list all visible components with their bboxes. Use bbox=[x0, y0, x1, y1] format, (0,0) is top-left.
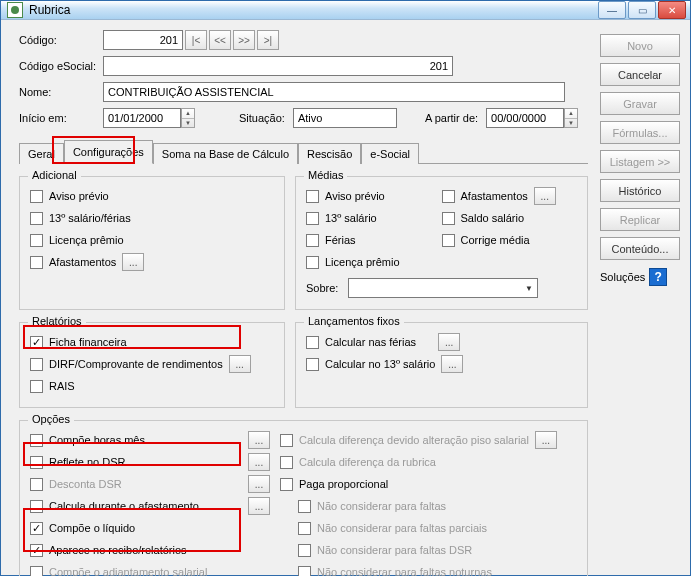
minimize-button[interactable]: — bbox=[598, 1, 626, 19]
nav-last-button[interactable]: >| bbox=[257, 30, 279, 50]
listagem-button[interactable]: Listagem >> bbox=[600, 150, 680, 173]
codigo-label: Código: bbox=[19, 34, 103, 46]
tab-configuracoes[interactable]: Configurações bbox=[64, 140, 153, 164]
calc-dif-piso-ellipsis-button[interactable]: ... bbox=[535, 431, 557, 449]
titlebar: Rubrica — ▭ ✕ bbox=[1, 1, 690, 20]
cb-medias-afastamentos[interactable] bbox=[442, 190, 455, 203]
nav-first-button[interactable]: |< bbox=[185, 30, 207, 50]
sobre-label: Sobre: bbox=[306, 282, 348, 294]
solucoes-label[interactable]: Soluções bbox=[600, 271, 645, 283]
gravar-button[interactable]: Gravar bbox=[600, 92, 680, 115]
compoe-horas-ellipsis-button[interactable]: ... bbox=[248, 431, 270, 449]
lbl-compoe-horas: Compõe horas mês bbox=[49, 434, 145, 446]
tab-rescisao[interactable]: Rescisão bbox=[298, 143, 361, 164]
codigo-esocial-input[interactable]: 201 bbox=[103, 56, 453, 76]
tab-soma[interactable]: Soma na Base de Cálculo bbox=[153, 143, 298, 164]
inicio-em-label: Início em: bbox=[19, 112, 103, 124]
lbl-13-salario-ferias: 13º salário/férias bbox=[49, 212, 131, 224]
cb-nao-faltas-noturnas[interactable] bbox=[298, 566, 311, 577]
cb-calc-dif-rubrica[interactable] bbox=[280, 456, 293, 469]
lbl-nao-faltas: Não considerar para faltas bbox=[317, 500, 446, 512]
replicar-button[interactable]: Replicar bbox=[600, 208, 680, 231]
cb-saldo-salario[interactable] bbox=[442, 212, 455, 225]
cb-medias-licenca-premio[interactable] bbox=[306, 256, 319, 269]
cb-ficha-financeira[interactable] bbox=[30, 336, 43, 349]
cb-reflete-dsr[interactable] bbox=[30, 456, 43, 469]
lbl-calc-dif-piso: Calcula diferença devido alteração piso … bbox=[299, 434, 529, 446]
cb-calcular-13[interactable] bbox=[306, 358, 319, 371]
medias-title: Médias bbox=[304, 169, 347, 181]
cb-medias-ferias[interactable] bbox=[306, 234, 319, 247]
cancelar-button[interactable]: Cancelar bbox=[600, 63, 680, 86]
inicio-em-spinner[interactable]: ▲▼ bbox=[181, 108, 195, 128]
novo-button[interactable]: Novo bbox=[600, 34, 680, 57]
lbl-dirf: DIRF/Comprovante de rendimentos bbox=[49, 358, 223, 370]
cb-compoe-liquido[interactable] bbox=[30, 522, 43, 535]
calcula-afast-ellipsis-button[interactable]: ... bbox=[248, 497, 270, 515]
desconta-dsr-ellipsis-button[interactable]: ... bbox=[248, 475, 270, 493]
lbl-calc-dif-rubrica: Calcula diferença da rubrica bbox=[299, 456, 436, 468]
lbl-calcular-ferias: Calcular nas férias bbox=[325, 336, 416, 348]
cb-paga-proporcional[interactable] bbox=[280, 478, 293, 491]
sobre-select[interactable]: ▼ bbox=[348, 278, 538, 298]
lbl-afastamentos: Afastamentos bbox=[49, 256, 116, 268]
formulas-button[interactable]: Fórmulas... bbox=[600, 121, 680, 144]
cb-medias-13-salario[interactable] bbox=[306, 212, 319, 225]
cb-aparece-recibo[interactable] bbox=[30, 544, 43, 557]
cb-afastamentos[interactable] bbox=[30, 256, 43, 269]
cb-desconta-dsr[interactable] bbox=[30, 478, 43, 491]
cb-13-salario-ferias[interactable] bbox=[30, 212, 43, 225]
lbl-nao-faltas-noturnas: Não considerar para faltas noturnas bbox=[317, 566, 492, 576]
cb-licenca-premio[interactable] bbox=[30, 234, 43, 247]
adicional-group: Adicional Aviso prévio 13º salário/féria… bbox=[19, 176, 285, 310]
medias-group: Médias Aviso prévio 13º salário Férias L… bbox=[295, 176, 588, 310]
cb-calcular-ferias[interactable] bbox=[306, 336, 319, 349]
cb-nao-faltas[interactable] bbox=[298, 500, 311, 513]
tab-geral[interactable]: Geral bbox=[19, 143, 64, 164]
lbl-corrige-media: Corrige média bbox=[461, 234, 530, 246]
medias-afastamentos-ellipsis-button[interactable]: ... bbox=[534, 187, 556, 205]
close-button[interactable]: ✕ bbox=[658, 1, 686, 19]
afastamentos-ellipsis-button[interactable]: ... bbox=[122, 253, 144, 271]
situacao-input[interactable]: Ativo bbox=[293, 108, 397, 128]
window-title: Rubrica bbox=[29, 3, 598, 17]
cb-corrige-media[interactable] bbox=[442, 234, 455, 247]
lbl-licenca-premio: Licença prêmio bbox=[49, 234, 124, 246]
codigo-input[interactable]: 201 bbox=[103, 30, 183, 50]
inicio-em-input[interactable]: 01/01/2000 bbox=[103, 108, 181, 128]
lbl-nao-faltas-parciais: Não considerar para faltas parciais bbox=[317, 522, 487, 534]
lbl-rais: RAIS bbox=[49, 380, 75, 392]
dirf-ellipsis-button[interactable]: ... bbox=[229, 355, 251, 373]
a-partir-de-input[interactable]: 00/00/0000 bbox=[486, 108, 564, 128]
nav-next-button[interactable]: >> bbox=[233, 30, 255, 50]
cb-medias-aviso-previo[interactable] bbox=[306, 190, 319, 203]
maximize-button[interactable]: ▭ bbox=[628, 1, 656, 19]
cb-compoe-adiant[interactable] bbox=[30, 566, 43, 577]
nome-input[interactable]: CONTRIBUIÇÃO ASSISTENCIAL bbox=[103, 82, 565, 102]
reflete-dsr-ellipsis-button[interactable]: ... bbox=[248, 453, 270, 471]
lbl-medias-aviso-previo: Aviso prévio bbox=[325, 190, 385, 202]
lbl-calcula-afast: Calcula durante o afastamento bbox=[49, 500, 199, 512]
cb-dirf[interactable] bbox=[30, 358, 43, 371]
a-partir-de-label: A partir de: bbox=[425, 112, 478, 124]
codigo-esocial-label: Código eSocial: bbox=[19, 60, 103, 72]
nome-label: Nome: bbox=[19, 86, 103, 98]
nav-prev-button[interactable]: << bbox=[209, 30, 231, 50]
app-icon bbox=[7, 2, 23, 18]
cb-compoe-horas[interactable] bbox=[30, 434, 43, 447]
historico-button[interactable]: Histórico bbox=[600, 179, 680, 202]
a-partir-de-spinner[interactable]: ▲▼ bbox=[564, 108, 578, 128]
conteudo-button[interactable]: Conteúdo... bbox=[600, 237, 680, 260]
lbl-compoe-liquido: Compõe o líquido bbox=[49, 522, 135, 534]
tab-esocial[interactable]: e-Social bbox=[361, 143, 419, 164]
cb-aviso-previo[interactable] bbox=[30, 190, 43, 203]
calcular-13-ellipsis-button[interactable]: ... bbox=[441, 355, 463, 373]
cb-calcula-afast[interactable] bbox=[30, 500, 43, 513]
cb-nao-faltas-dsr[interactable] bbox=[298, 544, 311, 557]
cb-calc-dif-piso[interactable] bbox=[280, 434, 293, 447]
cb-rais[interactable] bbox=[30, 380, 43, 393]
calcular-ferias-ellipsis-button[interactable]: ... bbox=[438, 333, 460, 351]
help-icon[interactable]: ? bbox=[649, 268, 667, 286]
cb-nao-faltas-parciais[interactable] bbox=[298, 522, 311, 535]
adicional-title: Adicional bbox=[28, 169, 81, 181]
